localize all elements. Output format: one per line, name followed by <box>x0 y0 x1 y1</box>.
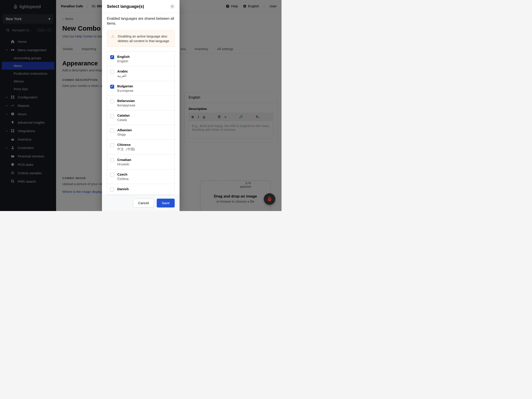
language-name: Arabic <box>117 69 128 73</box>
language-checkbox[interactable] <box>110 173 114 177</box>
language-name: Albanian <box>117 128 132 132</box>
language-list: EnglishEnglishArabicالعربيةBulgarianБълг… <box>107 51 175 195</box>
language-name: Catalan <box>117 114 130 117</box>
language-name: Bulgarian <box>117 84 133 88</box>
language-row-croatian[interactable]: CroatianHrvatski <box>107 155 174 169</box>
language-row-english[interactable]: EnglishEnglish <box>107 52 174 66</box>
language-native: Shqip <box>117 133 132 136</box>
flame-icon <box>267 196 272 202</box>
language-checkbox[interactable] <box>110 143 114 147</box>
language-native: العربية <box>117 74 128 78</box>
language-row-albanian[interactable]: AlbanianShqip <box>107 125 174 140</box>
cancel-button[interactable]: Cancel <box>133 199 154 208</box>
language-name: English <box>117 55 130 59</box>
language-row-catalan[interactable]: CatalanCatalà <box>107 110 174 125</box>
language-native: 中文（中国) <box>117 147 135 151</box>
warning-box: ⚠ Disabling an active language also dele… <box>107 30 175 47</box>
language-native: Hrvatski <box>117 162 131 166</box>
language-name: Croatian <box>117 158 131 162</box>
support-fab[interactable] <box>264 193 275 205</box>
language-native: Català <box>117 118 130 122</box>
language-name: Chinese <box>117 143 135 147</box>
save-button[interactable]: Save <box>157 199 175 208</box>
modal-intro: Enabled languages are shared between all… <box>107 16 175 26</box>
language-name: Belarusian <box>117 99 135 103</box>
language-checkbox[interactable] <box>110 158 114 162</box>
language-checkbox[interactable] <box>110 85 114 89</box>
language-row-danish[interactable]: Danish <box>107 184 174 195</box>
language-checkbox[interactable] <box>110 70 114 74</box>
language-native: English <box>117 59 130 63</box>
language-checkbox[interactable] <box>110 99 114 103</box>
language-name: Danish <box>117 187 129 191</box>
language-row-belarusian[interactable]: BelarusianБеларуская <box>107 96 174 110</box>
warning-text: Disabling an active language also delete… <box>118 34 171 43</box>
language-row-czech[interactable]: CzechČeština <box>107 169 174 184</box>
language-row-arabic[interactable]: Arabicالعربية <box>107 66 174 81</box>
language-modal: Select language(s) ✕ Enabled languages a… <box>102 0 180 211</box>
language-checkbox[interactable] <box>110 188 114 191</box>
language-native: Български <box>117 89 133 92</box>
language-name: Czech <box>117 172 129 177</box>
close-button[interactable]: ✕ <box>170 4 175 9</box>
language-checkbox[interactable] <box>110 114 114 118</box>
language-native: Čeština <box>117 177 129 181</box>
language-row-bulgarian[interactable]: BulgarianБългарски <box>107 81 174 96</box>
modal-title: Select language(s) <box>107 4 144 9</box>
language-checkbox[interactable] <box>110 129 114 133</box>
language-checkbox[interactable] <box>110 55 114 59</box>
language-native: Беларуская <box>117 103 135 107</box>
warning-icon: ⚠ <box>111 34 115 43</box>
language-row-chinese[interactable]: Chinese中文（中国) <box>107 140 174 155</box>
